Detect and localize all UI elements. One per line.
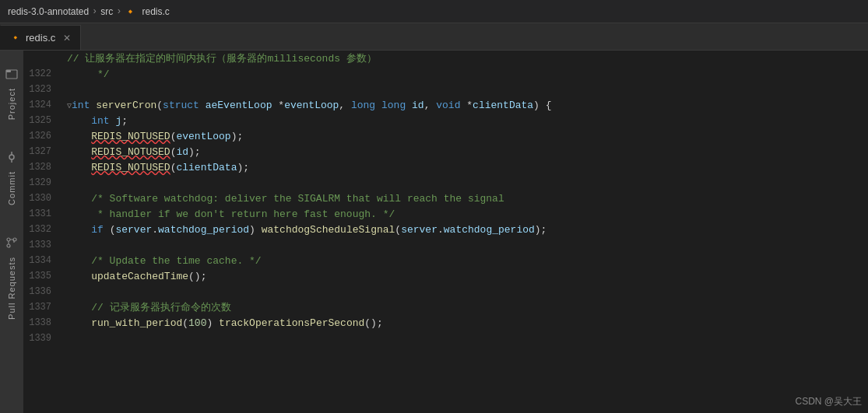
sidebar-icon-pr[interactable]: [1, 232, 23, 254]
file-icon: 🔸: [125, 6, 136, 17]
sidebar-label-commit[interactable]: Commit: [7, 168, 16, 208]
table-row: 1325 int j;: [23, 113, 868, 128]
sidebar-section-project[interactable]: Project: [1, 63, 23, 123]
breadcrumb-sep-1: ›: [92, 6, 97, 17]
watermark: CSDN @吴大王: [795, 395, 862, 408]
table-row: 1323: [23, 82, 868, 97]
tab-redis-c[interactable]: 🔸 redis.c ✕: [0, 25, 81, 50]
table-row: 1324 ▽int serverCron(struct aeEventLoop …: [23, 97, 868, 113]
code-scroll-area[interactable]: // 让服务器在指定的时间内执行（服务器的milliseconds 参数） 13…: [23, 51, 868, 413]
main-area: Project Commit Pull Reque: [0, 51, 868, 413]
svg-point-2: [9, 155, 14, 159]
table-row: // 让服务器在指定的时间内执行（服务器的milliseconds 参数）: [23, 51, 868, 66]
table-row: 1322 */: [23, 66, 868, 82]
sidebar-label-pr[interactable]: Pull Requests: [7, 254, 16, 323]
table-row: 1334 /* Update the time cache. */: [23, 253, 868, 268]
table-row: 1336: [23, 284, 868, 299]
breadcrumb-label-repo: redis-3.0-annotated: [8, 6, 89, 17]
breadcrumb-bar: redis-3.0-annotated › src › 🔸 redis.c: [0, 0, 868, 23]
table-row: 1328 REDIS_NOTUSED(clientData);: [23, 159, 868, 175]
sidebar-icon-project[interactable]: [1, 63, 23, 85]
sidebar-icon-commit[interactable]: [1, 146, 23, 168]
breadcrumb-item-repo[interactable]: redis-3.0-annotated: [8, 6, 89, 17]
table-row: 1331 * handler if we don't return here f…: [23, 206, 868, 222]
svg-rect-1: [6, 70, 11, 72]
table-row: 1326 REDIS_NOTUSED(eventLoop);: [23, 128, 868, 144]
tab-bar: 🔸 redis.c ✕: [0, 23, 868, 51]
table-row: 1330 /* Software watchdog: deliver the S…: [23, 191, 868, 206]
sidebar-section-pr[interactable]: Pull Requests: [1, 232, 23, 323]
svg-point-5: [7, 238, 10, 241]
breadcrumb-item-file[interactable]: 🔸 redis.c: [125, 6, 169, 17]
tab-label: redis.c: [26, 32, 55, 44]
tab-file-icon: 🔸: [10, 33, 21, 43]
table-row: 1335 updateCachedTime();: [23, 268, 868, 284]
sidebar: Project Commit Pull Reque: [0, 51, 23, 413]
code-editor: // 让服务器在指定的时间内执行（服务器的milliseconds 参数） 13…: [23, 51, 868, 413]
svg-point-6: [7, 244, 10, 247]
breadcrumb-sep-2: ›: [116, 6, 121, 17]
table-row: 1339: [23, 331, 868, 346]
table-row: 1327 REDIS_NOTUSED(id);: [23, 144, 868, 159]
breadcrumb-label-src: src: [100, 6, 113, 17]
table-row: 1338 run_with_period(100) trackOperation…: [23, 315, 868, 331]
table-row: 1333: [23, 237, 868, 253]
code-table: // 让服务器在指定的时间内执行（服务器的milliseconds 参数） 13…: [23, 51, 868, 346]
tab-close-button[interactable]: ✕: [63, 33, 71, 44]
breadcrumb-item-src[interactable]: src: [100, 6, 113, 17]
table-row: 1329: [23, 175, 868, 191]
breadcrumb-label-file: redis.c: [142, 6, 169, 17]
table-row: 1332 if (server.watchdog_period) watchdo…: [23, 222, 868, 237]
table-row: 1337 // 记录服务器执行命令的次数: [23, 299, 868, 315]
sidebar-section-commit[interactable]: Commit: [1, 146, 23, 208]
sidebar-label-project[interactable]: Project: [7, 85, 16, 123]
